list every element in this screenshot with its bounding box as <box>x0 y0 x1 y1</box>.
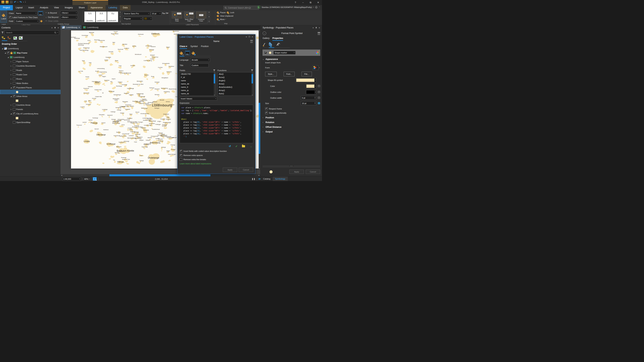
user-account-area[interactable]: Staridas (STARIDAS GEOGRAPHY #MakingMaps… <box>258 6 320 8</box>
layer-visibility-checkbox[interactable] <box>13 108 16 111</box>
outline-color-dropdown[interactable]: ▾ <box>306 90 316 94</box>
tab-data[interactable]: Data <box>120 5 130 10</box>
restore-button[interactable]: ⧉ <box>307 0 314 5</box>
learn-more-link[interactable]: Learn more about label expressions <box>180 163 253 165</box>
layer-tree-item[interactable]: ◢Urban Areas <box>0 94 60 98</box>
size-spinner[interactable]: 10 pt▲▼ <box>301 101 316 105</box>
field-item[interactable]: name_kk <box>180 92 215 95</box>
form-shapes-dropdown[interactable]: ▾ <box>312 65 318 70</box>
list-by-drawing-order-icon[interactable] <box>2 36 6 40</box>
layer-tree-item[interactable]: ▷Paper Texture <box>0 59 60 64</box>
user-caret-icon[interactable]: ▾ <box>313 6 314 8</box>
section-caret-icon[interactable]: › <box>262 126 264 128</box>
tab-layout[interactable]: Layout <box>13 5 26 10</box>
placement-scroll-arrows[interactable]: ▲▼⊽ <box>208 11 210 23</box>
layer-tree-item[interactable]: ◢Luxembourg <box>0 55 60 59</box>
view-tab-luxembourg[interactable]: Luxembourg✕ <box>60 25 82 29</box>
layer-visibility-checkbox[interactable] <box>13 73 16 76</box>
wrench-icon[interactable] <box>276 43 279 46</box>
section-offset-distance[interactable]: ›Offset Distance <box>262 126 320 128</box>
map-horizontal-scrollbar[interactable]: ◀ ▶ <box>60 174 260 176</box>
open-expression-icon[interactable] <box>242 145 245 147</box>
symbology-close-icon[interactable]: ✕ <box>319 27 320 29</box>
field-item[interactable]: name <box>180 79 215 82</box>
layer-symbol-row[interactable] <box>0 98 60 103</box>
scroll-up-icon[interactable]: ▲ <box>214 72 215 73</box>
function-item[interactable]: Asin() <box>218 92 253 95</box>
font-button[interactable]: Font... <box>284 72 295 76</box>
layer-symbol-row[interactable] <box>0 116 60 120</box>
tab-project[interactable]: Project <box>0 5 13 10</box>
field-item[interactable]: F_id <box>180 76 215 79</box>
list-scroll-thumb[interactable] <box>214 74 215 83</box>
label-features-checkbox[interactable] <box>9 16 12 19</box>
layer-visibility-checkbox[interactable] <box>13 69 16 71</box>
close-view-icon[interactable]: ✕ <box>78 26 80 28</box>
symbology-apply-button[interactable]: Apply <box>290 170 304 174</box>
scroll-down-icon[interactable]: ▼ <box>258 168 260 169</box>
command-search[interactable]: Command Search (Alt+Q) <box>224 6 259 10</box>
search-options-caret-icon[interactable]: ▾ <box>57 32 58 33</box>
layer-tree-item[interactable]: ◢City of Luxembourg Area <box>0 111 60 116</box>
tab-share[interactable]: Share <box>76 5 88 10</box>
size-override-icon[interactable] <box>318 102 320 105</box>
section-caret-icon[interactable]: › <box>262 131 264 133</box>
vertical-scroll-thumb[interactable] <box>258 103 260 154</box>
redo-icon[interactable]: ↷ <box>20 1 22 3</box>
layer-visibility-checkbox[interactable] <box>13 95 16 98</box>
fields-filter-icon[interactable] <box>213 69 215 71</box>
minimize-button[interactable]: – <box>299 0 307 5</box>
text-symbol-card-landmarkp[interactable]: AaLandmark/P... <box>107 11 118 22</box>
layer-tree-item[interactable]: ▷Countries Boundaries <box>0 64 60 68</box>
layer-tree-item[interactable]: ▷Roads <box>0 68 60 72</box>
polygon-symbol-swatch[interactable] <box>16 99 18 102</box>
language-dropdown[interactable]: Arcade▾ <box>190 58 210 62</box>
contents-menu-caret-icon[interactable]: ▾ <box>52 27 52 29</box>
expander-open-icon[interactable]: ◢ <box>10 96 12 97</box>
symbology-tab-properties[interactable]: Properties <box>272 37 283 41</box>
font-style-dropdown[interactable]: Regular▾ <box>123 17 142 20</box>
more-caret-icon[interactable]: ▾ <box>225 19 226 20</box>
layer-visibility-checkbox[interactable] <box>13 112 16 115</box>
undo-caret-icon[interactable]: ▾ <box>18 1 18 3</box>
dialog-tab-class[interactable]: Class ▾ <box>180 45 187 49</box>
expression-icon[interactable] <box>40 20 43 22</box>
tab-analysis[interactable]: Analysis <box>37 5 51 10</box>
tab-view[interactable]: View <box>51 5 62 10</box>
field-item[interactable]: name_de <box>180 82 215 85</box>
class-dropdown[interactable]: Name▾ <box>15 11 37 15</box>
scroll-up-icon[interactable]: ▲ <box>258 30 260 31</box>
expander-closed-icon[interactable]: ▷ <box>10 109 12 110</box>
filter-icon[interactable] <box>2 31 4 34</box>
layer-tree-item[interactable]: ▷Rivers <box>0 77 60 81</box>
field-item[interactable]: OBJECTID <box>180 72 215 76</box>
expression-mode-icon[interactable]: [ ] <box>180 51 183 55</box>
text-symbol-card-landformp[interactable]: AALandform/P... <box>96 11 107 22</box>
help-button[interactable]: ? <box>292 0 299 5</box>
layer-visibility-checkbox[interactable] <box>13 82 16 84</box>
contents-search-input[interactable]: Search ▾ <box>5 30 59 35</box>
undo-icon[interactable]: ↶ <box>14 1 16 3</box>
list-scrollbar[interactable]: ▲▼ <box>252 72 253 96</box>
layer-visibility-checkbox[interactable] <box>13 78 16 80</box>
sql-mode-icon[interactable] <box>185 51 190 55</box>
close-button[interactable]: ✕ <box>314 0 322 5</box>
dialog-hamburger-icon[interactable] <box>250 40 253 43</box>
tab-insert[interactable]: Insert <box>25 5 37 10</box>
layers-icon[interactable] <box>269 42 273 46</box>
lock-label[interactable]: Lock <box>230 11 234 13</box>
outline-width-spinner[interactable]: 0 pt▲▼ <box>301 96 316 100</box>
clear-limits-label[interactable]: Clear Limits <box>48 20 58 22</box>
expander-closed-icon[interactable]: ▷ <box>10 69 12 71</box>
expander-closed-icon[interactable]: ▷ <box>10 82 12 84</box>
font-size-dropdown[interactable]: 10 pt▾ <box>151 12 161 15</box>
dialog-menu-caret-icon[interactable]: ▾ <box>246 36 247 38</box>
layer-visibility-checkbox[interactable] <box>13 86 16 89</box>
customize-qat-icon[interactable]: ▾ <box>25 1 26 3</box>
scroll-right-icon[interactable]: ▶ <box>258 175 260 176</box>
point-symbol-swatch[interactable] <box>16 91 18 93</box>
appearance-caret-icon[interactable]: ⌄ <box>262 58 264 60</box>
option-checkbox[interactable] <box>180 158 182 161</box>
function-item[interactable]: Angle() <box>218 79 253 82</box>
scroll-down-icon[interactable]: ▼ <box>214 94 215 96</box>
